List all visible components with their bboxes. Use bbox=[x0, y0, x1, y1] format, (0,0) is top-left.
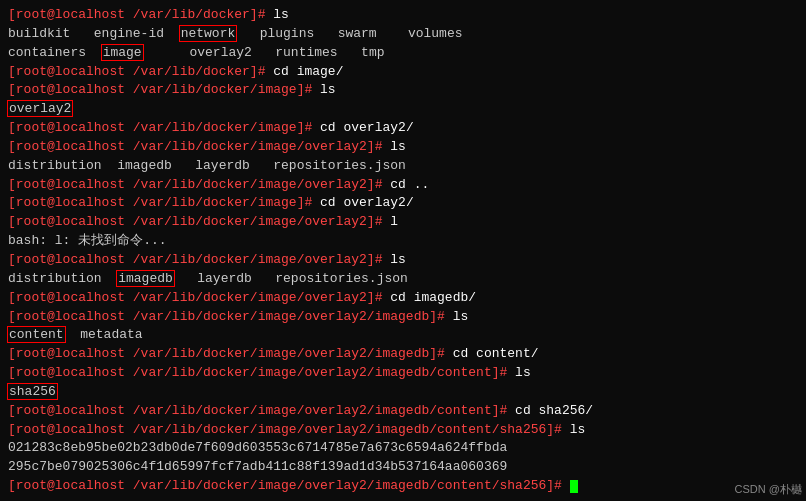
terminal-line: distribution imagedb layerdb repositorie… bbox=[8, 157, 798, 176]
terminal-line: distribution imagedb layerdb repositorie… bbox=[8, 270, 798, 289]
terminal-line: [root@localhost /var/lib/docker/image]# … bbox=[8, 194, 798, 213]
highlighted-item: sha256 bbox=[8, 384, 57, 399]
terminal-line: containers image overlay2 runtimes tmp bbox=[8, 44, 798, 63]
terminal-line: [root@localhost /var/lib/docker]# ls bbox=[8, 6, 798, 25]
terminal-line: sha256 bbox=[8, 383, 798, 402]
terminal-line: [root@localhost /var/lib/docker/image/ov… bbox=[8, 345, 798, 364]
terminal-line: [root@localhost /var/lib/docker/image/ov… bbox=[8, 364, 798, 383]
terminal-line: 021283c8eb95be02b23db0de7f609d603553c671… bbox=[8, 439, 798, 458]
cursor bbox=[570, 480, 578, 493]
terminal-line: overlay2 bbox=[8, 100, 798, 119]
terminal-line: [root@localhost /var/lib/docker/image/ov… bbox=[8, 289, 798, 308]
terminal-line: bash: l: 未找到命令... bbox=[8, 232, 798, 251]
terminal-line: [root@localhost /var/lib/docker]# cd ima… bbox=[8, 63, 798, 82]
terminal-line: [root@localhost /var/lib/docker/image]# … bbox=[8, 119, 798, 138]
terminal-line: [root@localhost /var/lib/docker/image/ov… bbox=[8, 251, 798, 270]
terminal-line: [root@localhost /var/lib/docker/image]# … bbox=[8, 81, 798, 100]
terminal-line: [root@localhost /var/lib/docker/image/ov… bbox=[8, 421, 798, 440]
watermark: CSDN @朴樾 bbox=[735, 482, 802, 497]
terminal: [root@localhost /var/lib/docker]# lsbuil… bbox=[0, 0, 806, 501]
highlighted-item: imagedb bbox=[117, 271, 174, 286]
terminal-line: 295c7be079025306c4f1d65997fcf7adb411c88f… bbox=[8, 458, 798, 477]
terminal-line: content metadata bbox=[8, 326, 798, 345]
highlighted-item: network bbox=[180, 26, 237, 41]
terminal-line: [root@localhost /var/lib/docker/image/ov… bbox=[8, 477, 798, 496]
terminal-line: [root@localhost /var/lib/docker/image/ov… bbox=[8, 138, 798, 157]
highlighted-item: image bbox=[102, 45, 143, 60]
highlighted-item: content bbox=[8, 327, 65, 342]
terminal-line: [root@localhost /var/lib/docker/image/ov… bbox=[8, 402, 798, 421]
terminal-line: [root@localhost /var/lib/docker/image/ov… bbox=[8, 308, 798, 327]
terminal-line: [root@localhost /var/lib/docker/image/ov… bbox=[8, 176, 798, 195]
terminal-line: [root@localhost /var/lib/docker/image/ov… bbox=[8, 213, 798, 232]
highlighted-item: overlay2 bbox=[8, 101, 72, 116]
terminal-line: buildkit engine-id network plugins swarm… bbox=[8, 25, 798, 44]
